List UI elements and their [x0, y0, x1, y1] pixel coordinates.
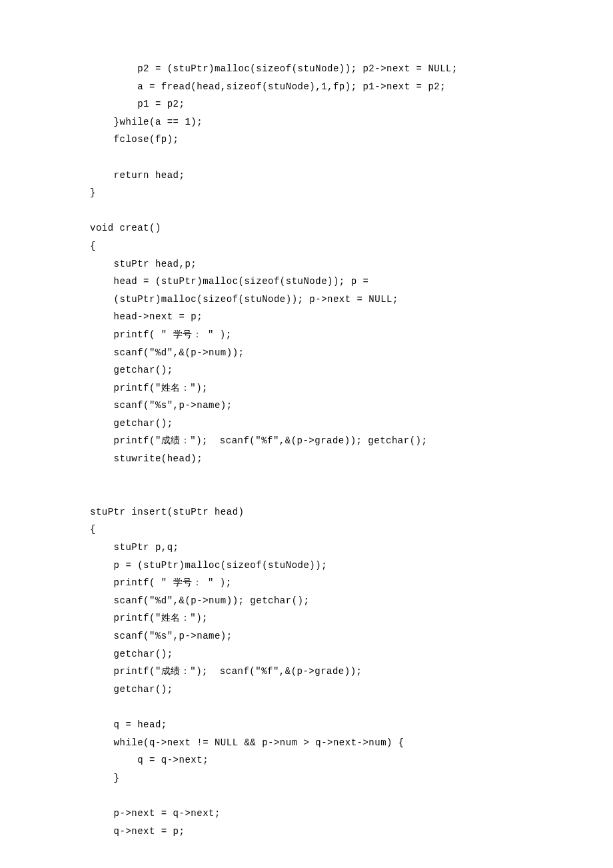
code-line: head->next = p; [90, 311, 203, 322]
code-line: stuPtr insert(stuPtr head) [90, 507, 244, 517]
code-line: p = (stuPtr)malloc(sizeof(stuNode)); [90, 560, 327, 571]
code-line: q = head; [90, 719, 167, 730]
code-line: } [90, 773, 120, 783]
code-line: void creat() [90, 223, 161, 233]
code-line: head = (stuPtr)malloc(sizeof(stuNode)); … [90, 276, 368, 287]
code-line: }while(a == 1); [90, 117, 203, 127]
code-line: scanf("%s",p->name); [90, 400, 233, 411]
code-line: while(q->next != NULL && p->num > q->nex… [90, 737, 404, 748]
code-line: scanf("%s",p->name); [90, 631, 233, 641]
code-line: stuPtr p,q; [90, 542, 179, 553]
code-line: getchar(); [90, 684, 173, 695]
code-line: return head; [90, 170, 185, 181]
code-line: (stuPtr)malloc(sizeof(stuNode)); p->next… [90, 294, 398, 305]
code-line: q->next = p; [90, 826, 185, 837]
code-line: printf("姓名："); [90, 613, 208, 623]
code-line: p->next = q->next; [90, 808, 221, 819]
code-line: scanf("%d",&(p->num)); getchar(); [90, 595, 309, 606]
code-line: p1 = p2; [90, 99, 185, 109]
code-line: printf("成绩："); scanf("%f",&(p->grade)); [90, 666, 362, 677]
code-line: } [90, 187, 96, 198]
code-line: { [90, 241, 96, 251]
code-line: printf( " 学号： " ); [90, 329, 232, 340]
code-block: p2 = (stuPtr)malloc(sizeof(stuNode)); p2… [90, 60, 523, 840]
code-line: fclose(fp); [90, 134, 179, 145]
code-line: p2 = (stuPtr)malloc(sizeof(stuNode)); p2… [90, 63, 458, 74]
code-line: getchar(); [90, 365, 173, 375]
code-line: getchar(); [90, 418, 173, 429]
code-line: stuPtr head,p; [90, 259, 197, 269]
code-line: printf("成绩："); scanf("%f",&(p->grade)); … [90, 435, 427, 446]
code-line: printf("姓名："); [90, 383, 208, 393]
code-line: q = q->next; [90, 755, 209, 765]
code-line: getchar(); [90, 649, 173, 659]
code-line: stuwrite(head); [90, 453, 203, 464]
code-line: a = fread(head,sizeof(stuNode),1,fp); p1… [90, 81, 446, 92]
code-line: { [90, 524, 96, 535]
code-line: printf( " 学号： " ); [90, 577, 232, 588]
code-line: scanf("%d",&(p->num)); [90, 347, 244, 358]
